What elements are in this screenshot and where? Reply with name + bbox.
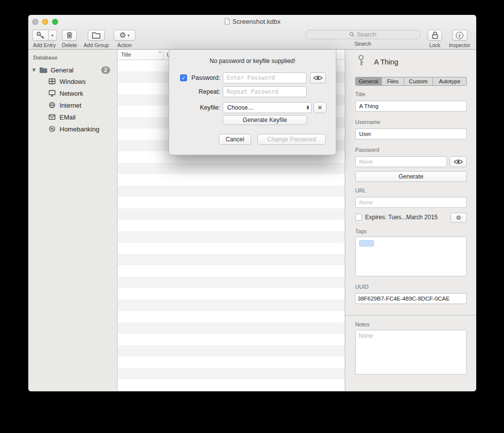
password-field[interactable] — [355, 156, 447, 167]
action-button[interactable]: ⚙ ▾ — [114, 30, 135, 41]
close-x-icon: ✕ — [317, 104, 322, 111]
toolbar-item-lock: Lock — [426, 30, 444, 48]
tab-general[interactable]: General — [356, 77, 381, 85]
disclosure-triangle-icon[interactable]: ▼ — [32, 67, 39, 72]
tab-files[interactable]: Files — [381, 77, 404, 85]
inspector-button[interactable]: i — [452, 30, 467, 41]
action-label: Action — [113, 42, 136, 48]
column-header-title[interactable]: Title ^ — [118, 50, 164, 60]
window-chrome: Screenshot.kdbx ▾ Add Entry Delete — [28, 15, 476, 50]
desktop-background: Screenshot.kdbx ▾ Add Entry Delete — [0, 0, 504, 433]
url-field[interactable] — [355, 197, 467, 208]
trash-icon — [65, 31, 74, 40]
uuid-field[interactable] — [355, 293, 467, 304]
sort-ascending-icon: ^ — [159, 51, 161, 56]
password-field-label: Password: — [191, 72, 220, 83]
sidebar-item-label: Windows — [60, 78, 86, 85]
add-entry-dropdown-button[interactable]: ▾ — [49, 30, 57, 41]
check-icon: ✓ — [181, 75, 186, 81]
popup-stepper-icon: ▲ ▼ — [307, 105, 309, 110]
column-title-label: Title — [121, 52, 131, 58]
sidebar-item-network[interactable]: Network — [28, 87, 117, 99]
uuid-label: UUID — [355, 284, 369, 290]
entry-count-badge: 2 — [101, 66, 110, 74]
sidebar-item-homebanking[interactable]: Homebanking — [28, 123, 117, 135]
tags-label: Tags — [355, 228, 367, 234]
generate-password-button[interactable]: Generate — [355, 171, 467, 182]
expires-label: Expires: Tues...March 2015 — [365, 213, 438, 222]
sidebar-item-windows[interactable]: Windows — [28, 75, 117, 87]
percent-coin-icon — [48, 125, 56, 133]
expires-checkbox[interactable] — [355, 214, 362, 221]
search-input[interactable]: Search — [305, 30, 421, 39]
sidebar: Database ▼ General 2 Windows Network Int… — [28, 50, 118, 391]
inspector-divider — [345, 315, 476, 315]
sidebar-item-email[interactable]: EMail — [28, 111, 117, 123]
title-field[interactable] — [355, 101, 467, 112]
repeat-password-input[interactable] — [223, 86, 307, 97]
document-icon — [224, 18, 230, 25]
search-label: Search — [305, 41, 421, 47]
keyfile-popup[interactable]: Choose… ▲ ▼ — [223, 102, 312, 113]
username-field[interactable] — [355, 128, 467, 139]
keyfile-popup-value: Choose… — [227, 104, 307, 111]
eye-icon — [453, 159, 463, 165]
tags-box[interactable] — [355, 237, 467, 276]
sidebar-item-label: EMail — [60, 114, 76, 121]
toolbar-item-add-group: Add Group — [82, 30, 111, 48]
lock-icon — [431, 31, 439, 40]
clear-keyfile-button[interactable]: ✕ — [314, 102, 326, 113]
search-icon — [349, 32, 355, 37]
tag-token[interactable] — [359, 240, 374, 247]
inspector-label: Inspector — [445, 42, 474, 48]
tab-custom[interactable]: Custom — [404, 77, 433, 85]
macpass-window: Screenshot.kdbx ▾ Add Entry Delete — [28, 15, 476, 391]
delete-button[interactable] — [62, 30, 77, 41]
toolbar-item-action: ⚙ ▾ Action — [113, 30, 136, 48]
gear-icon: ⚙ — [456, 215, 461, 221]
lock-button[interactable] — [428, 30, 442, 41]
password-label: Password — [355, 147, 379, 153]
delete-label: Delete — [61, 42, 78, 48]
sidebar-item-general[interactable]: ▼ General 2 — [28, 64, 117, 75]
lock-label: Lock — [426, 42, 444, 48]
key-icon — [36, 31, 45, 40]
add-entry-label: Add Entry — [31, 42, 58, 48]
keyfile-field-label: Keyfile: — [200, 102, 220, 113]
network-icon — [48, 89, 56, 97]
toolbar-item-inspector: i Inspector — [445, 30, 474, 48]
toolbar-item-add-entry: ▾ Add Entry — [31, 30, 58, 48]
add-group-label: Add Group — [82, 42, 111, 48]
chevron-down-icon: ▾ — [51, 33, 53, 38]
add-group-button[interactable] — [88, 30, 105, 41]
url-label: URL — [355, 187, 366, 193]
envelope-icon — [48, 113, 56, 121]
inspector-panel: A Thing General Files Custom Autotype Ti… — [345, 50, 476, 391]
windows-icon — [48, 77, 56, 85]
sidebar-item-internet[interactable]: Internet — [28, 99, 117, 111]
repeat-field-label: Repeat: — [198, 86, 220, 97]
tab-autotype[interactable]: Autotype — [433, 77, 466, 85]
show-password-button[interactable] — [310, 72, 326, 83]
sidebar-item-label: Internet — [60, 102, 81, 109]
notes-field[interactable] — [355, 330, 467, 374]
change-password-button[interactable]: Change Password — [257, 134, 326, 145]
password-checkbox[interactable]: ✓ — [180, 74, 187, 81]
sidebar-item-label: Network — [60, 90, 83, 97]
generate-keyfile-button[interactable]: Generate Keyfile — [223, 115, 307, 125]
cancel-button[interactable]: Cancel — [219, 134, 251, 145]
chevron-down-icon: ▾ — [127, 33, 129, 38]
sheet-message: No password or keyfile supplied! — [169, 58, 336, 64]
sidebar-section-header: Database — [33, 55, 117, 61]
inspector-tabs: General Files Custom Autotype — [355, 77, 467, 86]
gear-icon: ⚙ — [120, 32, 126, 39]
show-password-button[interactable] — [449, 156, 467, 167]
username-label: Username — [355, 119, 380, 125]
password-input[interactable] — [223, 72, 307, 83]
toolbar-item-delete: Delete — [61, 30, 78, 48]
expires-settings-button[interactable]: ⚙ — [450, 213, 467, 223]
sidebar-item-label: General — [51, 66, 101, 74]
add-entry-button[interactable] — [32, 30, 49, 41]
window-title: Screenshot.kdbx — [28, 18, 476, 25]
sidebar-item-label: Homebanking — [60, 125, 99, 133]
